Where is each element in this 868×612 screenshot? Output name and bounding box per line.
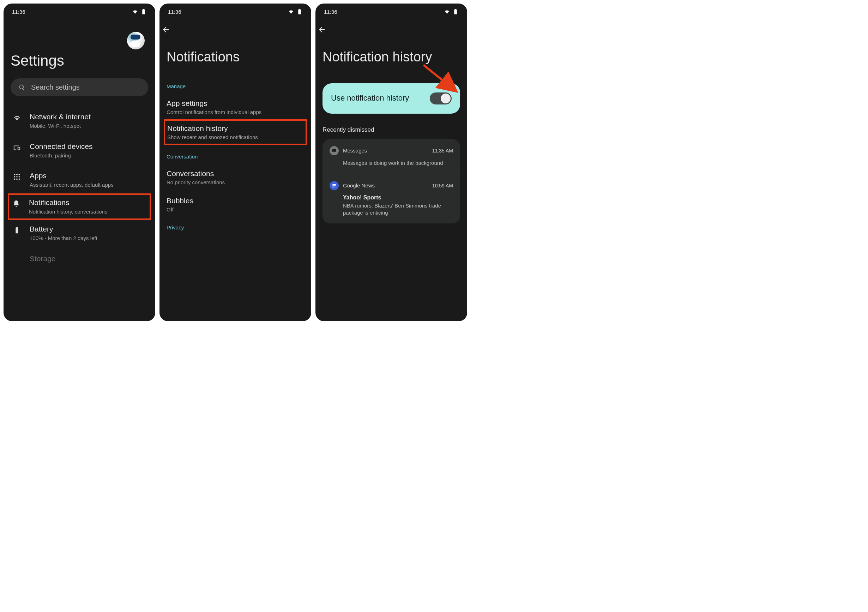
section-conversation: Conversation bbox=[167, 154, 304, 160]
battery-icon bbox=[13, 226, 21, 234]
item-title: Storage bbox=[29, 255, 147, 263]
notif-app-name: Google News bbox=[343, 182, 428, 188]
search-icon bbox=[19, 84, 25, 91]
page-title: Notifications bbox=[167, 49, 304, 66]
svg-point-7 bbox=[16, 179, 18, 180]
notif-item-bubbles[interactable]: Bubbles Off bbox=[167, 191, 304, 218]
svg-line-9 bbox=[423, 65, 453, 89]
bell-icon bbox=[12, 200, 20, 208]
notif-time: 10:59 AM bbox=[432, 183, 453, 188]
notification-item[interactable]: Messages 11:35 AM Messages is doing work… bbox=[322, 139, 460, 174]
item-title: App settings bbox=[167, 99, 304, 108]
item-sub: Assistant, recent apps, default apps bbox=[29, 182, 147, 188]
profile-avatar[interactable] bbox=[127, 32, 145, 50]
section-privacy: Privacy bbox=[167, 224, 304, 230]
svg-point-2 bbox=[19, 174, 20, 176]
notif-item-history[interactable]: Notification history Show recent and sno… bbox=[164, 119, 307, 145]
svg-point-3 bbox=[14, 176, 16, 177]
wifi-icon bbox=[13, 114, 21, 122]
search-input[interactable]: Search settings bbox=[11, 78, 148, 96]
search-placeholder: Search settings bbox=[31, 83, 80, 92]
callout-arrow-icon bbox=[420, 61, 462, 97]
notifications-screen: 11:36 Notifications Manage App settings … bbox=[160, 3, 311, 321]
svg-point-1 bbox=[16, 174, 18, 176]
settings-item-notifications[interactable]: Notifications Notification history, conv… bbox=[8, 193, 151, 220]
toggle-label: Use notification history bbox=[331, 93, 409, 103]
item-sub: Mobile, Wi-Fi, hotspot bbox=[29, 123, 147, 129]
svg-point-8 bbox=[19, 179, 20, 180]
svg-rect-12 bbox=[332, 186, 335, 187]
settings-item-battery[interactable]: Battery 100% - More than 2 days left bbox=[11, 219, 148, 248]
svg-point-0 bbox=[14, 174, 16, 176]
notif-title: Yahoo! Sports bbox=[343, 194, 453, 201]
notif-time: 11:35 AM bbox=[432, 148, 453, 154]
settings-screen: 11:36 Settings Search settings Network &… bbox=[3, 3, 155, 321]
messages-app-icon bbox=[330, 146, 339, 155]
svg-rect-11 bbox=[332, 185, 336, 186]
settings-item-apps[interactable]: Apps Assistant, recent apps, default app… bbox=[11, 165, 148, 195]
settings-item-connected-devices[interactable]: Connected devices Bluetooth, pairing bbox=[11, 136, 148, 166]
wifi-icon bbox=[288, 8, 294, 15]
wifi-icon bbox=[132, 8, 138, 15]
item-sub: Control notifications from individual ap… bbox=[167, 109, 304, 115]
status-icons bbox=[288, 8, 303, 15]
notification-history-screen: 11:36 Notification history Use notificat… bbox=[315, 3, 467, 321]
notif-item-conversations[interactable]: Conversations No priority conversations bbox=[167, 164, 304, 191]
item-sub: 100% - More than 2 days left bbox=[29, 235, 147, 242]
settings-item-network[interactable]: Network & internet Mobile, Wi-Fi, hotspo… bbox=[11, 106, 148, 136]
status-icons bbox=[444, 8, 459, 15]
google-news-app-icon bbox=[330, 181, 339, 190]
item-title: Network & internet bbox=[29, 113, 147, 121]
svg-point-4 bbox=[16, 176, 18, 177]
item-title: Notifications bbox=[29, 198, 147, 207]
item-title: Apps bbox=[29, 171, 147, 180]
item-sub: Show recent and snoozed notifications bbox=[167, 134, 304, 140]
status-time: 11:36 bbox=[12, 9, 25, 15]
battery-icon bbox=[140, 8, 147, 15]
history-switch[interactable] bbox=[430, 92, 452, 104]
item-sub: Off bbox=[167, 207, 304, 213]
item-title: Conversations bbox=[167, 169, 304, 178]
item-sub: Notification history, conversations bbox=[29, 208, 147, 215]
arrow-left-icon bbox=[318, 25, 326, 34]
item-sub: Bluetooth, pairing bbox=[29, 152, 147, 159]
notif-app-name: Messages bbox=[343, 148, 428, 154]
item-title: Bubbles bbox=[167, 197, 304, 205]
arrow-left-icon bbox=[161, 25, 170, 34]
back-button[interactable] bbox=[161, 29, 170, 35]
page-title: Settings bbox=[11, 52, 148, 69]
item-title: Connected devices bbox=[29, 142, 147, 151]
notif-text: Messages is doing work in the background bbox=[343, 160, 453, 166]
status-time: 11:36 bbox=[168, 9, 181, 15]
svg-point-6 bbox=[14, 179, 16, 180]
page-title: Notification history bbox=[322, 49, 460, 66]
item-title: Battery bbox=[29, 225, 147, 233]
status-time: 11:36 bbox=[324, 9, 337, 15]
notif-text: NBA rumors: Blazers' Ben Simmons trade p… bbox=[343, 202, 453, 217]
battery-icon bbox=[453, 8, 459, 15]
battery-icon bbox=[296, 8, 303, 15]
wifi-icon bbox=[444, 8, 450, 15]
back-button[interactable] bbox=[318, 29, 326, 35]
status-icons bbox=[132, 8, 147, 15]
item-sub: No priority conversations bbox=[167, 179, 304, 185]
dismissed-header: Recently dismissed bbox=[322, 126, 460, 134]
svg-rect-10 bbox=[332, 184, 336, 185]
notif-item-app-settings[interactable]: App settings Control notifications from … bbox=[167, 93, 304, 121]
notification-item[interactable]: Google News 10:59 AM Yahoo! Sports NBA r… bbox=[322, 174, 460, 224]
settings-item-storage[interactable]: Storage bbox=[11, 248, 148, 271]
apps-icon bbox=[13, 173, 21, 181]
dismissed-list: Messages 11:35 AM Messages is doing work… bbox=[322, 139, 460, 224]
section-manage: Manage bbox=[167, 83, 304, 89]
devices-icon bbox=[13, 144, 21, 151]
history-toggle-card[interactable]: Use notification history bbox=[322, 83, 460, 113]
item-title: Notification history bbox=[167, 124, 304, 133]
status-bar: 11:36 bbox=[315, 3, 467, 18]
status-bar: 11:36 bbox=[160, 3, 311, 18]
svg-point-5 bbox=[19, 176, 20, 177]
status-bar: 11:36 bbox=[3, 3, 155, 18]
